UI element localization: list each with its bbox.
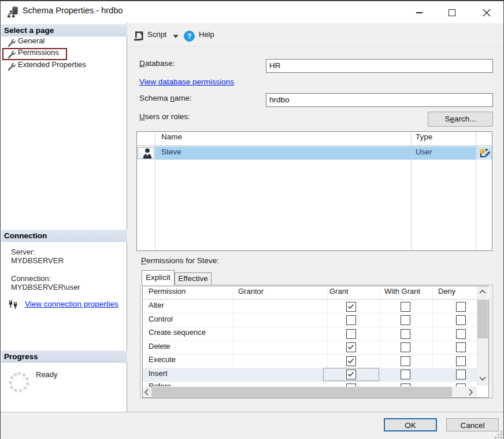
svg-text:?: ?	[187, 32, 192, 40]
